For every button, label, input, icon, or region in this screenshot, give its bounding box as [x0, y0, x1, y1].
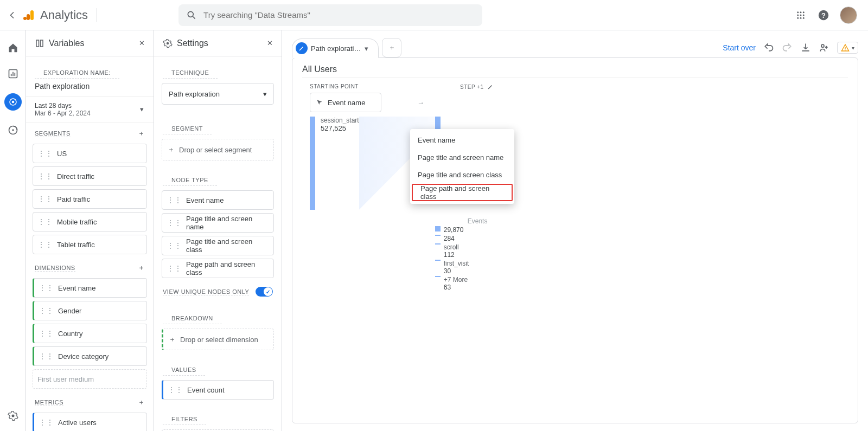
breakdown-drop-area[interactable]: ＋ Drop or select dimension [162, 329, 274, 350]
flow-node[interactable]: first_visit30 [435, 260, 488, 275]
flow-node[interactable]: scroll112 [435, 243, 488, 259]
values-label: VALUES [163, 360, 205, 376]
exploration-name-input[interactable]: Path exploration [26, 80, 154, 97]
cursor-icon [316, 99, 323, 106]
drag-handle-icon: ⋮⋮ [37, 217, 53, 226]
step-node-type-popover: Event name Page title and screen name Pa… [410, 129, 514, 204]
start-node-value: 527,525 [321, 124, 359, 132]
svg-rect-19 [14, 73, 15, 76]
svg-rect-0 [30, 10, 34, 20]
tabs-row: Path explorati… ▾ ＋ Start over ▾ [292, 38, 858, 57]
dimension-chip-ghost[interactable]: First user medium [33, 369, 147, 389]
node-type-chip[interactable]: ⋮⋮Page title and screen name [162, 213, 274, 233]
segment-chip[interactable]: ⋮⋮US [33, 144, 147, 163]
drag-handle-icon: ⋮⋮ [39, 329, 54, 338]
segment-chip[interactable]: ⋮⋮Paid traffic [33, 189, 147, 209]
drag-handle-icon: ⋮⋮ [37, 240, 53, 249]
flow-bar [310, 117, 315, 210]
search-bar[interactable] [178, 4, 482, 26]
dimensions-label: DIMENSIONS [35, 265, 75, 272]
settings-panel: Settings ✕ TECHNIQUE Path exploration ▾ … [154, 30, 282, 431]
plus-icon: ＋ [168, 145, 175, 155]
settings-title: Settings [177, 38, 208, 48]
popover-item[interactable]: Page title and screen name [410, 149, 514, 166]
exploration-tab[interactable]: Path explorati… ▾ [292, 38, 379, 58]
user-avatar[interactable] [840, 7, 857, 24]
segment-chip[interactable]: ⋮⋮Direct traffic [33, 166, 147, 186]
start-over-button[interactable]: Start over [723, 43, 756, 52]
back-button[interactable] [5, 9, 18, 22]
date-range-value: Mar 6 - Apr 2, 2024 [35, 110, 145, 117]
nav-home-icon[interactable] [7, 41, 20, 54]
arrow-right-icon: → [417, 99, 424, 107]
add-metric-button[interactable]: ＋ [138, 397, 145, 407]
undo-icon[interactable] [763, 42, 774, 53]
popover-item[interactable]: Page title and screen class [410, 166, 514, 183]
svg-rect-25 [36, 40, 39, 47]
date-range-picker[interactable]: Last 28 days Mar 6 - Apr 2, 2024 ▾ [26, 97, 154, 123]
flow-node[interactable]: 29,870 [435, 226, 488, 234]
svg-point-2 [23, 17, 27, 20]
popover-item[interactable]: Event name [410, 131, 514, 149]
plus-icon: ＋ [169, 334, 176, 344]
technique-label: TECHNIQUE [163, 63, 218, 79]
apps-icon[interactable] [794, 9, 807, 22]
flow-node-more[interactable]: +7 More63 [435, 276, 488, 291]
canvas-area: Path explorati… ▾ ＋ Start over ▾ All Use… [282, 30, 868, 431]
node-type-chip[interactable]: ⋮⋮Page path and screen class [162, 259, 274, 278]
gear-icon [163, 38, 173, 48]
steps-header: STARTING POINT Event name → STEP +1 [310, 83, 848, 112]
search-input[interactable] [203, 10, 475, 20]
variables-title: Variables [49, 38, 85, 48]
node-type-chip[interactable]: ⋮⋮Page title and screen class [162, 236, 274, 255]
settings-close-icon[interactable]: ✕ [267, 39, 273, 47]
nav-reports-icon[interactable] [7, 67, 20, 80]
dimension-chip[interactable]: ⋮⋮Device category [33, 346, 147, 366]
nav-advertising-icon[interactable] [7, 124, 20, 137]
add-dimension-button[interactable]: ＋ [138, 263, 145, 273]
add-segment-button[interactable]: ＋ [138, 128, 145, 138]
nav-admin-icon[interactable] [7, 409, 20, 422]
share-icon[interactable] [819, 42, 829, 53]
warning-dropdown[interactable]: ▾ [837, 42, 858, 54]
view-unique-label: VIEW UNIQUE NODES ONLY [163, 288, 249, 295]
dimension-chip[interactable]: ⋮⋮Event name [33, 278, 147, 298]
popover-item-highlighted[interactable]: Page path and screen class [412, 184, 513, 201]
metric-chip[interactable]: ⋮⋮Active users [33, 413, 147, 431]
add-tab-button[interactable]: ＋ [382, 38, 401, 57]
drag-handle-icon: ⋮⋮ [39, 418, 54, 427]
flow-node[interactable]: 284 [435, 235, 488, 242]
starting-point-chip[interactable]: Event name [310, 93, 381, 112]
segment-drop-area[interactable]: ＋ Drop or select segment [162, 139, 274, 160]
breakdown-placeholder: Drop or select dimension [180, 336, 258, 344]
dimension-chip[interactable]: ⋮⋮Country [33, 324, 147, 343]
segment-chip[interactable]: ⋮⋮Mobile traffic [33, 212, 147, 231]
segments-list: ⋮⋮US ⋮⋮Direct traffic ⋮⋮Paid traffic ⋮⋮M… [26, 140, 154, 258]
help-icon[interactable]: ? [817, 9, 830, 22]
variables-close-icon[interactable]: ✕ [139, 39, 145, 47]
technique-select[interactable]: Path exploration ▾ [162, 83, 274, 105]
svg-point-21 [11, 101, 14, 104]
svg-point-6 [800, 11, 802, 13]
nav-explore-icon[interactable] [4, 93, 22, 111]
edit-icon[interactable] [487, 83, 494, 90]
warning-icon [841, 43, 850, 52]
exploration-name-label: EXPLORATION NAME: [35, 63, 119, 79]
dimension-chip[interactable]: ⋮⋮Gender [33, 301, 147, 320]
start-node[interactable]: session_start 527,525 [310, 117, 359, 292]
view-unique-toggle[interactable] [256, 287, 273, 297]
technique-value: Path exploration [169, 90, 220, 98]
path-flow: session_start 527,525 Events 29,870 284 … [310, 117, 848, 292]
node-type-chip[interactable]: ⋮⋮Event name [162, 190, 274, 210]
svg-point-10 [803, 14, 805, 16]
chevron-down-icon[interactable]: ▾ [365, 44, 368, 53]
download-icon[interactable] [800, 42, 811, 53]
view-unique-toggle-row: VIEW UNIQUE NODES ONLY [154, 281, 282, 302]
drag-handle-icon: ⋮⋮ [168, 385, 183, 394]
drag-handle-icon: ⋮⋮ [167, 218, 182, 227]
segment-chip[interactable]: ⋮⋮Tablet traffic [33, 235, 147, 254]
drag-handle-icon: ⋮⋮ [39, 306, 54, 315]
segment-section-label: SEGMENT [163, 119, 212, 134]
values-chip[interactable]: ⋮⋮Event count [162, 380, 274, 400]
redo-icon[interactable] [782, 42, 793, 53]
